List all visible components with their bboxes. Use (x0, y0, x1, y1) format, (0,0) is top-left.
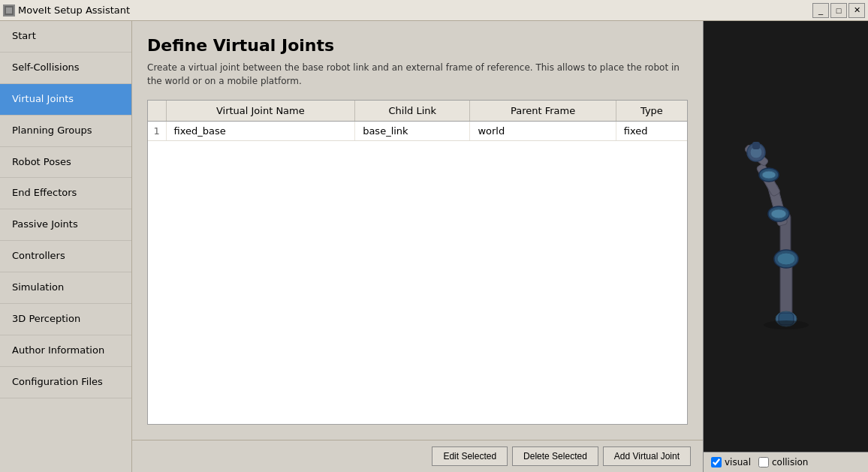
col-header-joint-name: Virtual Joint Name (166, 101, 355, 122)
sidebar-item-virtual-joints[interactable]: Virtual Joints (0, 84, 131, 116)
svg-rect-18 (752, 142, 760, 149)
col-header-num (148, 101, 166, 122)
col-header-child-link: Child Link (355, 101, 470, 122)
svg-point-14 (762, 171, 776, 179)
sidebar-item-author-information[interactable]: Author Information (0, 335, 131, 367)
cell-joint-name: fixed_base (166, 122, 355, 141)
window-title: MoveIt Setup Assistant (18, 5, 130, 16)
sidebar-item-passive-joints[interactable]: Passive Joints (0, 209, 131, 241)
content-and-viewport: Define Virtual Joints Create a virtual j… (132, 21, 868, 472)
maximize-button[interactable]: □ (830, 3, 847, 18)
sidebar-item-controllers[interactable]: Controllers (0, 241, 131, 272)
svg-point-11 (771, 209, 786, 218)
cell-type: fixed (616, 122, 687, 141)
close-button[interactable]: ✕ (848, 3, 865, 18)
visual-checkbox[interactable] (711, 457, 722, 467)
svg-rect-1 (6, 8, 12, 14)
col-header-type: Type (616, 101, 687, 122)
svg-point-8 (777, 253, 795, 265)
sidebar-item-self-collisions[interactable]: Self-Collisions (0, 53, 131, 84)
window-controls: _ □ ✕ (812, 3, 865, 18)
bottom-bar: Edit Selected Delete Selected Add Virtua… (132, 440, 703, 472)
cell-child-link: base_link (355, 122, 470, 141)
minimize-button[interactable]: _ (812, 3, 829, 18)
col-header-parent-frame: Parent Frame (470, 101, 616, 122)
sidebar-item-end-effectors[interactable]: End Effectors (0, 178, 131, 209)
sidebar-item-planning-groups[interactable]: Planning Groups (0, 116, 131, 147)
row-num: 1 (148, 122, 166, 141)
viewport-controls: visual collision (704, 452, 868, 472)
collision-label: collision (772, 457, 808, 467)
content-flex: Define Virtual Joints Create a virtual j… (132, 21, 703, 472)
robot-arm-svg (715, 124, 857, 349)
page-description: Create a virtual joint between the base … (147, 61, 688, 88)
sidebar-item-robot-poses[interactable]: Robot Poses (0, 147, 131, 179)
viewport: visual collision (703, 21, 868, 472)
titlebar-left: MoveIt Setup Assistant (3, 5, 130, 17)
titlebar: MoveIt Setup Assistant _ □ ✕ (0, 0, 868, 21)
main-container: StartSelf-CollisionsVirtual JointsPlanni… (0, 21, 868, 472)
table-row[interactable]: 1 fixed_base base_link world fixed (148, 122, 687, 141)
sidebar: StartSelf-CollisionsVirtual JointsPlanni… (0, 21, 132, 472)
edit-selected-button[interactable]: Edit Selected (432, 446, 508, 466)
sidebar-item-start[interactable]: Start (0, 21, 131, 53)
content-main: Define Virtual Joints Create a virtual j… (132, 21, 703, 440)
app-icon (3, 5, 15, 17)
sidebar-item-configuration-files[interactable]: Configuration Files (0, 367, 131, 398)
visual-label: visual (725, 457, 751, 467)
table-header-row: Virtual Joint Name Child Link Parent Fra… (148, 101, 687, 122)
page-title: Define Virtual Joints (147, 36, 688, 55)
robot-arm (704, 21, 868, 452)
add-virtual-joint-button[interactable]: Add Virtual Joint (603, 446, 691, 466)
sidebar-item-3d-perception[interactable]: 3D Perception (0, 304, 131, 335)
virtual-joints-table: Virtual Joint Name Child Link Parent Fra… (148, 101, 687, 141)
visual-checkbox-label[interactable]: visual (711, 457, 751, 467)
delete-selected-button[interactable]: Delete Selected (512, 446, 598, 466)
virtual-joints-table-container: Virtual Joint Name Child Link Parent Fra… (147, 100, 688, 425)
cell-parent-frame: world (470, 122, 616, 141)
svg-point-19 (764, 320, 809, 329)
collision-checkbox[interactable] (758, 457, 769, 467)
collision-checkbox-label[interactable]: collision (758, 457, 808, 467)
sidebar-item-simulation[interactable]: Simulation (0, 272, 131, 304)
3d-view (704, 21, 868, 452)
